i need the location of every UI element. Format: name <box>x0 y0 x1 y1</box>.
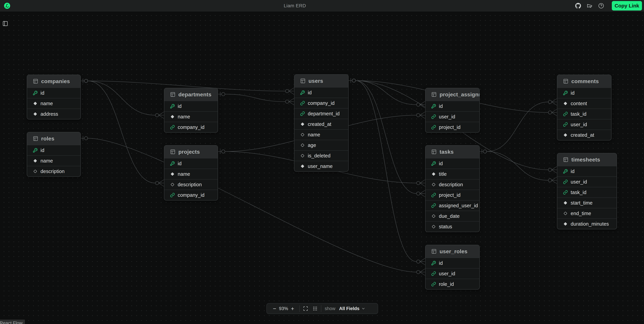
foreign-key-icon <box>431 114 436 119</box>
table-node-roles[interactable]: rolesidnamedescription <box>27 132 81 177</box>
field-row-companies-name[interactable]: name <box>27 98 80 109</box>
field-row-users-created_at[interactable]: created_at <box>294 119 348 129</box>
tidy-up-button[interactable] <box>312 306 318 311</box>
field-row-timesheets-task_id[interactable]: task_id <box>557 187 616 198</box>
copy-link-button[interactable]: Copy Link <box>612 1 642 11</box>
field-row-project_assignments-user_id[interactable]: user_id <box>426 111 479 122</box>
table-header[interactable]: departments <box>164 88 218 101</box>
github-icon[interactable] <box>575 3 581 9</box>
field-row-comments-id[interactable]: id <box>557 88 611 98</box>
table-node-tasks[interactable]: tasksidtitledescriptionproject_idassigne… <box>425 145 480 232</box>
field-row-project_assignments-id[interactable]: id <box>426 101 479 111</box>
field-row-roles-name[interactable]: name <box>27 155 80 166</box>
field-row-projects-description[interactable]: description <box>164 179 218 190</box>
table-icon <box>431 249 437 254</box>
table-icon <box>300 78 306 84</box>
field-name: end_time <box>571 211 591 216</box>
table-node-departments[interactable]: departmentsidnamecompany_id <box>164 88 218 133</box>
field-name: name <box>40 101 53 106</box>
primary-key-icon <box>33 148 38 153</box>
field-row-user_roles-user_id[interactable]: user_id <box>426 268 479 279</box>
field-row-tasks-assigned_user_id[interactable]: assigned_user_id <box>426 200 479 211</box>
field-row-tasks-project_id[interactable]: project_id <box>426 190 479 200</box>
primary-key-icon <box>33 91 38 95</box>
field-row-companies-id[interactable]: id <box>27 88 80 98</box>
field-row-departments-id[interactable]: id <box>164 101 218 111</box>
field-row-users-department_id[interactable]: department_id <box>294 108 348 119</box>
fields-filter-dropdown[interactable]: All Fields <box>339 306 366 311</box>
table-node-timesheets[interactable]: timesheetsiduser_idtask_idstart_timeend_… <box>557 153 617 229</box>
table-node-users[interactable]: usersidcompany_iddepartment_idcreated_at… <box>294 74 348 172</box>
liam-logo[interactable]: ℒ <box>4 3 10 9</box>
table-header[interactable]: tasks <box>426 145 479 158</box>
table-node-comments[interactable]: commentsidcontenttask_iduser_idcreated_a… <box>557 75 612 140</box>
field-name: company_id <box>178 192 204 198</box>
field-row-roles-id[interactable]: id <box>27 145 80 155</box>
zoom-in-button[interactable]: + <box>289 305 296 312</box>
not-null-icon <box>563 133 568 137</box>
field-row-users-user_name[interactable]: user_name <box>294 161 348 171</box>
erd-canvas[interactable]: companiesidnameaddressrolesidnamedescrip… <box>0 12 644 324</box>
field-name: age <box>308 142 316 148</box>
zoom-out-button[interactable]: − <box>271 305 278 312</box>
table-node-projects[interactable]: projectsidnamedescriptioncompany_id <box>164 145 218 201</box>
field-row-comments-task_id[interactable]: task_id <box>557 109 611 119</box>
field-row-tasks-id[interactable]: id <box>426 158 479 169</box>
show-label: show <box>325 306 336 311</box>
react-flow-attribution[interactable]: React Flow <box>0 319 25 324</box>
field-row-tasks-title[interactable]: title <box>426 169 479 179</box>
field-name: assigned_user_id <box>439 203 478 209</box>
field-row-timesheets-end_time[interactable]: end_time <box>557 208 616 219</box>
foreign-key-icon <box>563 180 568 184</box>
nullable-icon <box>431 182 436 187</box>
field-row-projects-company_id[interactable]: company_id <box>164 190 218 200</box>
table-node-project_assignments[interactable]: project_assignme...iduser_idproject_id <box>425 88 480 133</box>
field-row-departments-name[interactable]: name <box>164 111 218 122</box>
field-row-users-id[interactable]: id <box>294 87 348 98</box>
primary-key-icon <box>300 90 305 95</box>
header-actions: Copy Link <box>575 0 642 12</box>
field-row-users-company_id[interactable]: company_id <box>294 98 348 108</box>
primary-key-icon <box>431 104 436 109</box>
table-header[interactable]: comments <box>557 75 611 88</box>
foreign-key-icon <box>300 101 305 105</box>
release-notes-megaphone-icon[interactable] <box>587 3 592 9</box>
table-node-user_roles[interactable]: user_rolesiduser_idrole_id <box>425 245 480 289</box>
field-row-project_assignments-project_id[interactable]: project_id <box>426 122 479 132</box>
field-row-comments-user_id[interactable]: user_id <box>557 119 611 130</box>
not-null-icon <box>563 201 568 205</box>
field-row-timesheets-user_id[interactable]: user_id <box>557 177 616 187</box>
table-header[interactable]: project_assignme... <box>426 88 479 101</box>
table-icon <box>33 136 38 141</box>
field-row-comments-created_at[interactable]: created_at <box>557 130 611 140</box>
field-row-companies-address[interactable]: address <box>27 109 80 119</box>
field-row-projects-name[interactable]: name <box>164 169 218 179</box>
table-header[interactable]: companies <box>27 75 80 88</box>
table-header[interactable]: user_roles <box>426 245 479 258</box>
help-icon[interactable] <box>598 3 604 9</box>
table-header[interactable]: projects <box>164 145 218 158</box>
table-header[interactable]: timesheets <box>557 153 616 166</box>
fit-view-button[interactable] <box>303 306 308 311</box>
field-row-users-name[interactable]: name <box>294 129 348 140</box>
field-row-timesheets-id[interactable]: id <box>557 166 616 177</box>
field-row-tasks-due_date[interactable]: due_date <box>426 211 479 221</box>
table-header[interactable]: roles <box>27 132 80 145</box>
field-row-roles-description[interactable]: description <box>27 166 80 177</box>
field-row-projects-id[interactable]: id <box>164 158 218 169</box>
field-row-timesheets-start_time[interactable]: start_time <box>557 198 616 208</box>
table-node-companies[interactable]: companiesidnameaddress <box>27 75 81 119</box>
table-header[interactable]: users <box>294 75 348 87</box>
not-null-icon <box>300 164 305 169</box>
field-row-departments-company_id[interactable]: company_id <box>164 122 218 132</box>
field-row-user_roles-id[interactable]: id <box>426 258 479 268</box>
field-row-tasks-description[interactable]: description <box>426 179 479 190</box>
field-row-user_roles-role_id[interactable]: role_id <box>426 279 479 289</box>
field-row-comments-content[interactable]: content <box>557 98 611 109</box>
field-row-tasks-status[interactable]: status <box>426 221 479 232</box>
field-row-users-age[interactable]: age <box>294 140 348 150</box>
foreign-key-icon <box>431 282 436 286</box>
sidebar-toggle-button[interactable] <box>2 21 8 27</box>
field-row-users-is_deleted[interactable]: is_deleted <box>294 150 348 161</box>
field-row-timesheets-duration_minutes[interactable]: duration_minutes <box>557 219 616 229</box>
